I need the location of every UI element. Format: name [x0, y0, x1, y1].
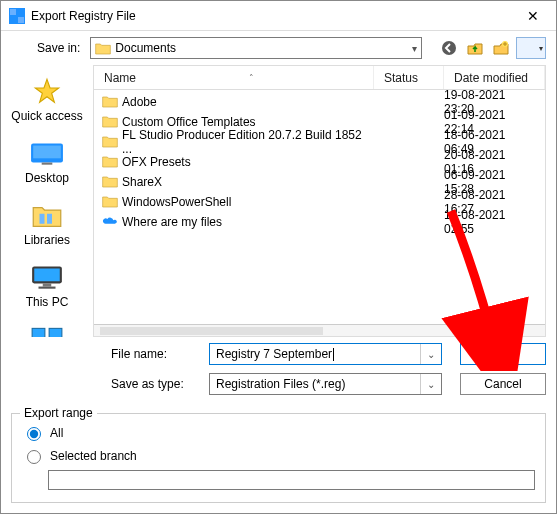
navigation-toolbar: [438, 37, 546, 59]
text-caret: [333, 348, 334, 361]
window-title: Export Registry File: [31, 9, 510, 23]
svg-rect-3: [33, 146, 61, 159]
regedit-icon: [9, 8, 25, 24]
export-registry-dialog: Export Registry File ✕ Save in: Document…: [0, 0, 557, 514]
dialog-body: Quick accessDesktopLibrariesThis PCNetwo…: [1, 65, 556, 337]
file-rows[interactable]: Adobe19-08-2021 23:20Custom Office Templ…: [94, 90, 545, 324]
back-button[interactable]: [438, 37, 460, 59]
horizontal-scrollbar[interactable]: [94, 324, 545, 336]
svg-rect-10: [39, 287, 56, 289]
savein-dropdown[interactable]: Documents ▾: [90, 37, 422, 59]
svg-rect-8: [34, 269, 60, 282]
savein-row: Save in: Documents ▾: [1, 31, 556, 65]
up-one-level-button[interactable]: [464, 37, 486, 59]
quick-icon: [1, 75, 93, 107]
filename-input[interactable]: Registry 7 September ⌄: [209, 343, 442, 365]
place-libraries[interactable]: Libraries: [1, 195, 93, 257]
libraries-icon: [1, 199, 93, 231]
place-quick[interactable]: Quick access: [1, 71, 93, 133]
selected-branch-input[interactable]: [48, 470, 535, 490]
folder-icon: [102, 94, 118, 111]
folder-icon: [102, 174, 118, 191]
place-label: Libraries: [1, 233, 93, 247]
file-name: Custom Office Templates: [122, 115, 256, 129]
filename-area: File name: Registry 7 September ⌄ Save S…: [1, 337, 556, 413]
file-name: FL Studio Producer Edition 20.7.2 Build …: [122, 128, 374, 156]
column-status[interactable]: Status: [374, 66, 444, 89]
filetype-label: Save as type:: [111, 377, 201, 391]
svg-rect-12: [49, 328, 62, 337]
thispc-icon: [1, 261, 93, 293]
chevron-down-icon: ▾: [412, 43, 417, 54]
places-bar: Quick accessDesktopLibrariesThis PCNetwo…: [1, 65, 93, 337]
new-folder-button[interactable]: [490, 37, 512, 59]
file-name: Where are my files: [122, 215, 222, 229]
svg-rect-5: [40, 214, 45, 224]
radio-all-input[interactable]: [27, 427, 41, 441]
svg-rect-6: [47, 214, 52, 224]
column-name[interactable]: Name˄: [94, 66, 374, 89]
place-label: Desktop: [1, 171, 93, 185]
file-list: Name˄ Status Date modified Adobe19-08-20…: [93, 65, 546, 337]
file-name: OFX Presets: [122, 155, 191, 169]
savein-value: Documents: [115, 41, 412, 55]
save-button[interactable]: Save: [460, 343, 546, 365]
file-name: WindowsPowerShell: [122, 195, 231, 209]
place-thispc[interactable]: This PC: [1, 257, 93, 319]
filetype-dropdown[interactable]: Registration Files (*.reg) ⌄: [209, 373, 442, 395]
file-name: ShareX: [122, 175, 162, 189]
titlebar: Export Registry File ✕: [1, 1, 556, 31]
export-range-legend: Export range: [20, 406, 97, 420]
radio-selected-branch[interactable]: Selected branch: [22, 447, 535, 464]
network-icon: [1, 323, 93, 337]
documents-folder-icon: [95, 41, 111, 55]
radio-selected-input[interactable]: [27, 450, 41, 464]
folder-icon: [102, 134, 118, 151]
file-date: 13-08-2021 02:55: [444, 208, 545, 236]
place-desktop[interactable]: Desktop: [1, 133, 93, 195]
cancel-button[interactable]: Cancel: [460, 373, 546, 395]
chevron-down-icon[interactable]: ⌄: [420, 344, 435, 364]
svg-rect-9: [43, 283, 52, 286]
column-date[interactable]: Date modified: [444, 66, 545, 89]
close-button[interactable]: ✕: [510, 1, 556, 31]
savein-label: Save in:: [37, 41, 80, 55]
folder-icon: [102, 154, 118, 171]
place-label: Quick access: [1, 109, 93, 123]
svg-rect-4: [42, 163, 53, 165]
place-label: This PC: [1, 295, 93, 309]
place-network[interactable]: Network: [1, 319, 93, 337]
export-range-group: Export range All Selected branch: [11, 413, 546, 503]
radio-all[interactable]: All: [22, 424, 535, 441]
folder-icon: [102, 194, 118, 211]
views-menu[interactable]: [516, 37, 546, 59]
chevron-down-icon[interactable]: ⌄: [420, 374, 435, 394]
desktop-icon: [1, 137, 93, 169]
onedrive-icon: [102, 214, 118, 231]
sort-indicator-icon: ˄: [249, 73, 254, 83]
svg-rect-11: [32, 328, 45, 337]
file-row[interactable]: Where are my files13-08-2021 02:55: [94, 212, 545, 232]
column-headers: Name˄ Status Date modified: [94, 66, 545, 90]
svg-point-0: [442, 41, 456, 55]
file-name: Adobe: [122, 95, 157, 109]
filename-label: File name:: [111, 347, 201, 361]
